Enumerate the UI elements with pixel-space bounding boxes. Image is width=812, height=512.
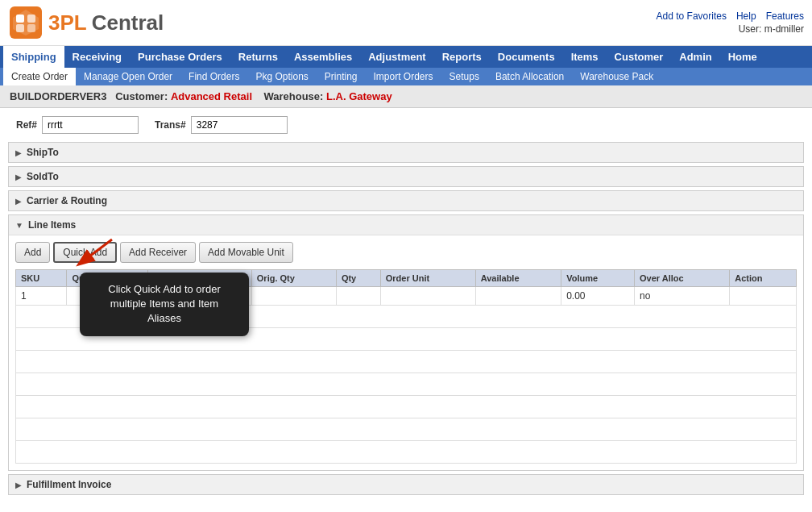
- carrier-routing-section: ▶ Carrier & Routing: [8, 190, 804, 211]
- user-info: User: m-dmiller: [739, 23, 804, 35]
- top-links: Add to Favorites Help Features: [657, 10, 804, 22]
- cell-orig-qty: [251, 287, 336, 306]
- sub-nav: Create Order Manage Open Order Find Orde…: [0, 68, 812, 85]
- subnav-import-orders[interactable]: Import Orders: [366, 68, 441, 85]
- svg-rect-2: [16, 15, 24, 23]
- top-header: 3PL Central Add to Favorites Help Featur…: [0, 0, 812, 46]
- cell-over-alloc: no: [635, 287, 730, 306]
- customer-name: Advanced Retail: [171, 90, 252, 102]
- svg-line-6: [80, 239, 112, 264]
- add-to-favorites-link[interactable]: Add to Favorites: [657, 10, 727, 22]
- shipto-section: ▶ ShipTo: [8, 142, 804, 163]
- callout-text: Click Quick Add to order multiple Items …: [108, 283, 220, 324]
- col-available: Available: [475, 270, 561, 287]
- fulfillment-arrow-icon: ▶: [15, 481, 22, 489]
- callout-arrow-icon: [72, 235, 120, 268]
- cell-qty: [336, 287, 380, 306]
- carrier-routing-arrow-icon: ▶: [15, 197, 22, 206]
- subnav-setups[interactable]: Setups: [441, 68, 487, 85]
- cell-order-unit: [380, 287, 475, 306]
- help-link[interactable]: Help: [736, 10, 756, 22]
- subnav-manage-open-order[interactable]: Manage Open Order: [76, 68, 180, 85]
- features-link[interactable]: Features: [766, 10, 804, 22]
- header-right: Add to Favorites Help Features User: m-d…: [657, 10, 804, 35]
- nav-item-shipping[interactable]: Shipping: [3, 46, 64, 68]
- nav-item-customer[interactable]: Customer: [607, 46, 672, 68]
- shipto-header[interactable]: ▶ ShipTo: [9, 143, 803, 162]
- table-row-empty-5: [16, 396, 797, 418]
- col-order-unit: Order Unit: [380, 270, 475, 287]
- callout-box: Click Quick Add to order multiple Items …: [80, 273, 249, 336]
- table-row-empty-6: [16, 418, 797, 441]
- fulfillment-section: ▶ Fulfillment Invoice: [8, 474, 804, 495]
- subnav-printing[interactable]: Printing: [317, 68, 366, 85]
- ref-field: Ref#: [16, 116, 139, 134]
- nav-item-documents[interactable]: Documents: [490, 46, 563, 68]
- nav-item-returns[interactable]: Returns: [230, 46, 286, 68]
- user-label: User:: [739, 23, 762, 35]
- soldto-arrow-icon: ▶: [15, 173, 22, 181]
- logo-area: 3PL Central: [8, 5, 164, 40]
- nav-item-admin[interactable]: Admin: [671, 46, 719, 68]
- ref-label: Ref#: [16, 119, 37, 131]
- trans-input[interactable]: [191, 116, 288, 134]
- logo-text-central: Central: [92, 10, 164, 35]
- subnav-pkg-options[interactable]: Pkg Options: [247, 68, 316, 85]
- fulfillment-title: Fulfillment Invoice: [27, 479, 111, 490]
- customer-label: Customer:: [115, 90, 168, 102]
- nav-item-assemblies[interactable]: Assemblies: [286, 46, 360, 68]
- line-items-header[interactable]: ▼ Line Items: [9, 215, 803, 235]
- trans-label: Trans#: [155, 119, 186, 131]
- line-items-title: Line Items: [28, 219, 76, 231]
- col-orig-qty: Orig. Qty: [251, 270, 336, 287]
- soldto-header[interactable]: ▶ SoldTo: [9, 167, 803, 186]
- logo-icon: [8, 5, 44, 40]
- trans-field: Trans#: [155, 116, 288, 134]
- table-row-empty-4: [16, 373, 797, 396]
- cell-volume: 0.00: [561, 287, 635, 306]
- cell-sku: 1: [16, 287, 67, 306]
- col-sku: SKU: [16, 270, 67, 287]
- nav-item-adjustment[interactable]: Adjustment: [360, 46, 434, 68]
- user-name: m-dmiller: [764, 23, 804, 35]
- nav-item-home[interactable]: Home: [720, 46, 765, 68]
- svg-rect-5: [27, 24, 35, 32]
- subnav-batch-allocation[interactable]: Batch Allocation: [487, 68, 572, 85]
- col-action: Action: [730, 270, 797, 287]
- svg-rect-4: [16, 24, 24, 32]
- table-row-empty-7: [16, 441, 797, 464]
- form-area: Ref# Trans#: [0, 108, 812, 142]
- add-movable-unit-button[interactable]: Add Movable Unit: [199, 242, 293, 263]
- add-receiver-button[interactable]: Add Receiver: [120, 242, 196, 263]
- callout-wrapper: Click Quick Add to order multiple Items …: [80, 266, 249, 336]
- subnav-create-order[interactable]: Create Order: [3, 68, 76, 85]
- shipto-arrow-icon: ▶: [15, 148, 22, 157]
- ref-input[interactable]: [42, 116, 139, 134]
- line-items-arrow-icon: ▼: [15, 221, 23, 230]
- col-over-alloc: Over Alloc: [635, 270, 730, 287]
- add-button[interactable]: Add: [15, 242, 50, 263]
- line-items-body: Add Quick Add Add Receiver Add Movable U…: [9, 235, 803, 470]
- cell-action: [730, 287, 797, 306]
- shipto-title: ShipTo: [27, 147, 59, 158]
- nav-item-items[interactable]: Items: [563, 46, 607, 68]
- soldto-title: SoldTo: [27, 171, 59, 182]
- table-row-empty-3: [16, 351, 797, 373]
- soldto-section: ▶ SoldTo: [8, 166, 804, 187]
- carrier-routing-title: Carrier & Routing: [27, 195, 107, 206]
- page-title-bar: BuildOrderVer3 Customer: Advanced Retail…: [0, 85, 812, 108]
- col-qty: Qty: [336, 270, 380, 287]
- line-items-section: ▼ Line Items Add Quick Add Add Receiver …: [8, 214, 804, 471]
- fulfillment-header[interactable]: ▶ Fulfillment Invoice: [9, 475, 803, 494]
- carrier-routing-header[interactable]: ▶ Carrier & Routing: [9, 191, 803, 210]
- nav-item-reports[interactable]: Reports: [434, 46, 490, 68]
- warehouse-name: L.A. Gateway: [326, 90, 392, 102]
- svg-rect-3: [27, 15, 35, 23]
- nav-item-receiving[interactable]: Receiving: [64, 46, 130, 68]
- subnav-find-orders[interactable]: Find Orders: [180, 68, 247, 85]
- nav-item-purchase-orders[interactable]: Purchase Orders: [130, 46, 230, 68]
- order-name: BuildOrderVer3: [10, 90, 106, 102]
- line-items-btn-group: Add Quick Add Add Receiver Add Movable U…: [15, 242, 797, 263]
- main-nav: Shipping Receiving Purchase Orders Retur…: [0, 46, 812, 68]
- subnav-warehouse-pack[interactable]: Warehouse Pack: [572, 68, 661, 85]
